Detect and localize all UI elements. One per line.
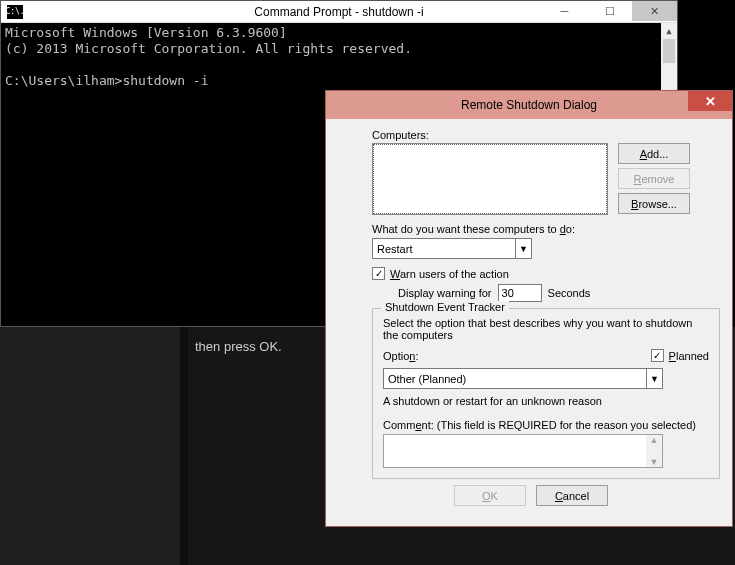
planned-checkbox[interactable]: ✓ Planned — [651, 349, 709, 362]
warn-checkbox[interactable]: ✓ Warn users of the action — [372, 267, 509, 280]
cmd-titlebar[interactable]: C:\. Command Prompt - shutdown -i ─ ☐ ✕ — [1, 1, 677, 23]
dialog-titlebar[interactable]: Remote Shutdown Dialog ✕ — [326, 91, 732, 119]
cmd-title: Command Prompt - shutdown -i — [254, 5, 423, 19]
chevron-down-icon: ▼ — [515, 239, 531, 258]
chevron-down-icon: ▼ — [646, 369, 662, 388]
dialog-close-button[interactable]: ✕ — [688, 91, 732, 111]
warn-label: Warn users of the action — [390, 268, 509, 280]
scroll-down-icon: ▼ — [650, 457, 659, 467]
comment-scrollbar[interactable]: ▲ ▼ — [646, 435, 662, 467]
cmd-line-3: C:\Users\ilham>shutdown -i — [5, 73, 209, 88]
planned-label: Planned — [669, 350, 709, 362]
close-button[interactable]: ✕ — [632, 1, 677, 21]
computers-label: Computers: — [372, 129, 720, 141]
cmd-icon: C:\. — [7, 5, 23, 19]
comment-textarea[interactable]: ▲ ▼ — [383, 434, 663, 468]
shutdown-event-tracker-group: Shutdown Event Tracker Select the option… — [372, 308, 720, 479]
display-warning-label: Display warning for — [398, 287, 492, 299]
dialog-title: Remote Shutdown Dialog — [461, 98, 597, 112]
bg-panel-left — [0, 327, 180, 565]
action-question: What do you want these computers to do: — [372, 223, 720, 235]
scroll-up-icon: ▲ — [650, 435, 659, 445]
checkbox-checked-icon: ✓ — [372, 267, 385, 280]
cancel-button[interactable]: Cancel — [536, 485, 608, 506]
add-button[interactable]: Add... — [618, 143, 690, 164]
option-select[interactable]: Other (Planned) ▼ — [383, 368, 663, 389]
remote-shutdown-dialog: Remote Shutdown Dialog ✕ Computers: Add.… — [325, 90, 733, 527]
comment-label: Comment: (This field is REQUIRED for the… — [383, 419, 709, 431]
dialog-body: Computers: Add... Remove Browse... What … — [326, 119, 732, 526]
computers-listbox[interactable] — [372, 143, 608, 215]
bg-panel-strip — [180, 327, 188, 565]
option-selected: Other (Planned) — [388, 373, 466, 385]
action-selected: Restart — [377, 243, 412, 255]
seconds-input[interactable]: 30 — [498, 284, 542, 302]
cmd-line-1: (c) 2013 Microsoft Corporation. All righ… — [5, 41, 412, 56]
browse-button[interactable]: Browse... — [618, 193, 690, 214]
cmd-line-0: Microsoft Windows [Version 6.3.9600] — [5, 25, 287, 40]
article-text: then press OK. — [195, 339, 282, 354]
cmd-window-controls: ─ ☐ ✕ — [542, 1, 677, 21]
minimize-button[interactable]: ─ — [542, 1, 587, 21]
seconds-label: Seconds — [548, 287, 591, 299]
action-select[interactable]: Restart ▼ — [372, 238, 532, 259]
checkbox-checked-icon: ✓ — [651, 349, 664, 362]
scroll-thumb[interactable] — [663, 39, 675, 63]
option-desc: A shutdown or restart for an unknown rea… — [383, 395, 709, 407]
tracker-title: Shutdown Event Tracker — [381, 301, 509, 313]
scroll-up-icon[interactable]: ▲ — [661, 23, 677, 39]
remove-button: Remove — [618, 168, 690, 189]
ok-button: OK — [454, 485, 526, 506]
tracker-desc: Select the option that best describes wh… — [383, 317, 709, 341]
maximize-button[interactable]: ☐ — [587, 1, 632, 21]
option-label: Option: — [383, 350, 418, 362]
